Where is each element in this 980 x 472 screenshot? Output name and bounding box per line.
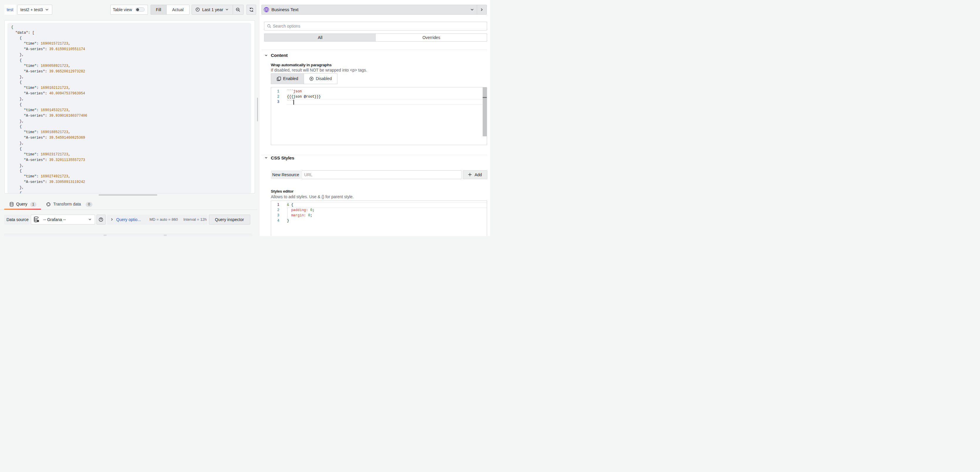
svg-text:{T}: {T} [264, 8, 269, 11]
